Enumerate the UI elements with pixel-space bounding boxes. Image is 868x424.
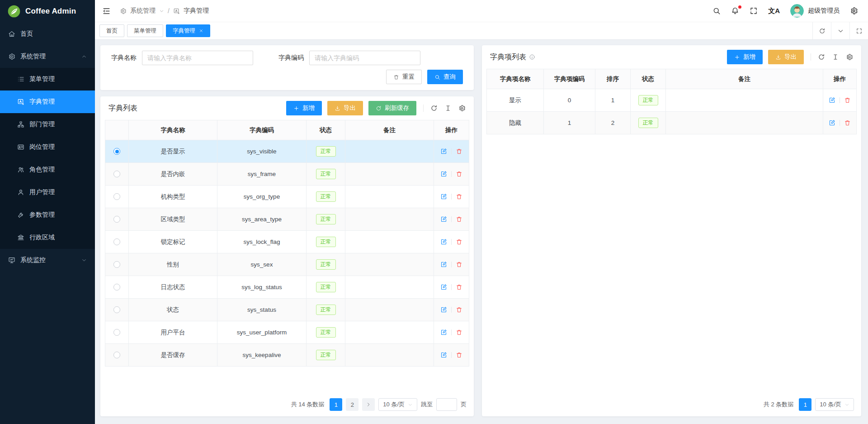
row-radio[interactable] <box>113 352 120 358</box>
row-height-icon[interactable] <box>832 53 839 61</box>
page-size-select[interactable]: 10 条/页 <box>378 398 417 411</box>
edit-icon[interactable] <box>440 193 447 200</box>
tab-home[interactable]: 首页 <box>99 24 124 37</box>
sidebar-item-dict-mgmt[interactable]: 字典管理 <box>0 91 95 113</box>
export-item-button[interactable]: 导出 <box>768 50 804 64</box>
row-radio[interactable] <box>113 193 120 200</box>
row-radio[interactable] <box>113 306 120 313</box>
edit-icon[interactable] <box>440 352 447 358</box>
row-radio[interactable] <box>113 148 120 155</box>
edit-icon[interactable] <box>440 216 447 223</box>
row-radio[interactable] <box>113 216 120 223</box>
breadcrumb-level1[interactable]: 系统管理 <box>130 7 156 15</box>
edit-icon[interactable] <box>440 238 447 245</box>
sidebar-item-menu-mgmt[interactable]: 菜单管理 <box>0 68 95 91</box>
gear-icon <box>8 53 15 60</box>
add-item-button[interactable]: 新增 <box>727 50 763 64</box>
next-page-button[interactable] <box>362 398 375 411</box>
refresh-table-icon[interactable] <box>818 53 825 61</box>
edit-icon[interactable] <box>440 306 447 313</box>
cell-dict-code: sys_status <box>217 299 307 321</box>
page-button-2[interactable]: 2 <box>346 398 359 411</box>
tab-options-button[interactable] <box>831 22 849 39</box>
sidebar-item-role-mgmt[interactable]: 角色管理 <box>0 158 95 181</box>
delete-icon[interactable] <box>844 119 851 126</box>
delete-icon[interactable] <box>456 216 462 223</box>
delete-icon[interactable] <box>456 238 462 245</box>
jump-page-input[interactable] <box>436 398 457 411</box>
language-switch-button[interactable]: 文A <box>768 7 780 15</box>
breadcrumb-separator: / <box>168 7 170 14</box>
sidebar-item-param-mgmt[interactable]: 参数管理 <box>0 204 95 226</box>
table-row[interactable]: 隐藏 1 2 正常 <box>487 112 857 134</box>
sidebar-item-post-mgmt[interactable]: 岗位管理 <box>0 136 95 158</box>
sidebar-item-admin-region[interactable]: 行政区域 <box>0 226 95 249</box>
sidebar-item-home[interactable]: 首页 <box>0 23 95 45</box>
table-row[interactable]: 用户平台 sys_user_platform 正常 <box>105 321 469 344</box>
page-button-1[interactable]: 1 <box>330 398 342 411</box>
dict-name-input[interactable] <box>142 51 253 65</box>
user-menu[interactable]: 超级管理员 <box>790 4 840 18</box>
search-button[interactable] <box>712 7 721 15</box>
table-row[interactable]: 状态 sys_status 正常 <box>105 299 469 321</box>
row-radio[interactable] <box>113 261 120 268</box>
delete-icon[interactable] <box>456 306 462 313</box>
fullscreen-button[interactable] <box>750 7 758 15</box>
row-radio[interactable] <box>113 238 120 245</box>
edit-icon[interactable] <box>440 329 447 336</box>
row-radio[interactable] <box>113 284 120 291</box>
table-row[interactable]: 是否内嵌 sys_frame 正常 <box>105 163 469 186</box>
table-row[interactable]: 日志状态 sys_log_status 正常 <box>105 276 469 299</box>
sidebar-item-monitor[interactable]: 系统监控 <box>0 249 95 272</box>
row-radio[interactable] <box>113 171 120 177</box>
row-radio[interactable] <box>113 329 120 336</box>
edit-icon[interactable] <box>829 97 835 104</box>
edit-icon[interactable] <box>440 148 447 155</box>
table-row[interactable]: 是否缓存 sys_keepalive 正常 <box>105 344 469 367</box>
page-button-1[interactable]: 1 <box>799 398 811 411</box>
delete-icon[interactable] <box>844 97 851 104</box>
delete-icon[interactable] <box>456 261 462 268</box>
refresh-table-icon[interactable] <box>430 105 438 112</box>
table-row[interactable]: 锁定标记 sys_lock_flag 正常 <box>105 231 469 253</box>
delete-icon[interactable] <box>456 148 462 155</box>
close-icon[interactable] <box>199 29 203 33</box>
refresh-tab-button[interactable] <box>812 22 831 39</box>
table-row[interactable]: 性别 sys_sex 正常 <box>105 253 469 276</box>
query-button[interactable]: 查询 <box>427 70 463 84</box>
edit-icon[interactable] <box>440 261 447 268</box>
page-size-select[interactable]: 10 条/页 <box>815 398 854 411</box>
row-height-icon[interactable] <box>444 105 452 112</box>
chevron-down-icon[interactable] <box>159 9 164 14</box>
table-row[interactable]: 显示 0 1 正常 <box>487 89 857 112</box>
notifications-button[interactable] <box>731 7 739 15</box>
collapse-sidebar-button[interactable] <box>102 7 111 15</box>
delete-icon[interactable] <box>456 193 462 200</box>
export-dict-button[interactable]: 导出 <box>327 101 363 115</box>
add-dict-button[interactable]: 新增 <box>286 101 322 115</box>
column-settings-icon[interactable] <box>846 53 853 61</box>
sidebar-item-system[interactable]: 系统管理 <box>0 45 95 68</box>
edit-icon[interactable] <box>829 119 835 126</box>
reset-button[interactable]: 重置 <box>386 70 422 84</box>
delete-icon[interactable] <box>456 329 462 336</box>
table-row[interactable]: 是否显示 sys_visible 正常 <box>105 140 469 163</box>
delete-icon[interactable] <box>456 171 462 177</box>
sidebar-item-user-mgmt[interactable]: 用户管理 <box>0 181 95 204</box>
settings-button[interactable] <box>850 7 858 15</box>
table-row[interactable]: 机构类型 sys_org_type 正常 <box>105 186 469 208</box>
tab-menu-mgmt[interactable]: 菜单管理 <box>127 24 163 37</box>
refresh-cache-button[interactable]: 刷新缓存 <box>368 101 416 115</box>
edit-icon[interactable] <box>440 171 447 177</box>
edit-icon[interactable] <box>440 284 447 291</box>
jump-prefix-label: 跳至 <box>421 400 433 409</box>
delete-icon[interactable] <box>456 284 462 291</box>
tab-dict-mgmt[interactable]: 字典管理 <box>166 24 210 37</box>
table-row[interactable]: 区域类型 sys_area_type 正常 <box>105 208 469 231</box>
sidebar-item-dept-mgmt[interactable]: 部门管理 <box>0 113 95 136</box>
spring-leaf-logo-icon <box>7 5 21 18</box>
content-fullscreen-button[interactable] <box>849 22 868 39</box>
delete-icon[interactable] <box>456 352 462 358</box>
dict-code-input[interactable] <box>309 51 420 65</box>
column-settings-icon[interactable] <box>458 105 466 112</box>
